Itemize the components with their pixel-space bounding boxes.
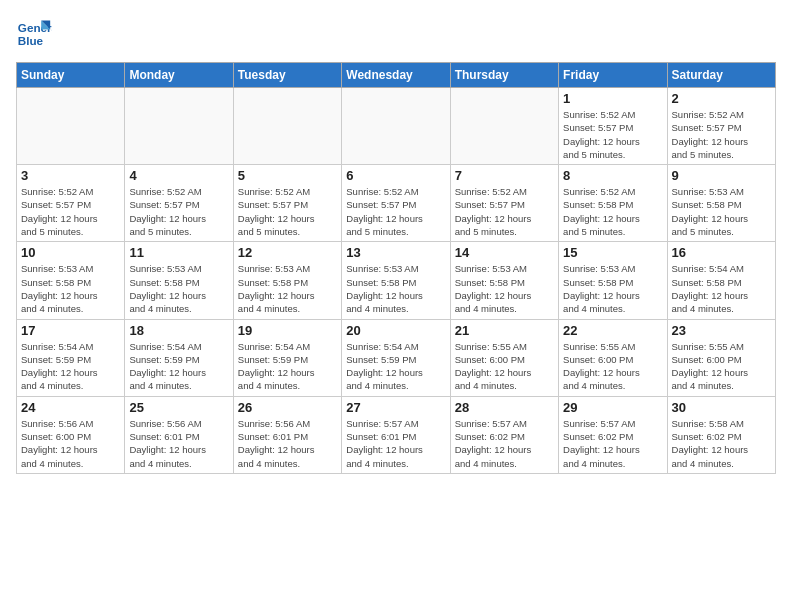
day-info: Sunrise: 5:56 AM Sunset: 6:01 PM Dayligh…: [129, 417, 228, 470]
day-info: Sunrise: 5:53 AM Sunset: 5:58 PM Dayligh…: [563, 262, 662, 315]
calendar-day-cell: 15Sunrise: 5:53 AM Sunset: 5:58 PM Dayli…: [559, 242, 667, 319]
day-number: 10: [21, 245, 120, 260]
calendar-day-cell: 6Sunrise: 5:52 AM Sunset: 5:57 PM Daylig…: [342, 165, 450, 242]
day-number: 12: [238, 245, 337, 260]
day-info: Sunrise: 5:52 AM Sunset: 5:57 PM Dayligh…: [455, 185, 554, 238]
logo: General Blue: [16, 16, 56, 52]
day-info: Sunrise: 5:54 AM Sunset: 5:59 PM Dayligh…: [21, 340, 120, 393]
day-info: Sunrise: 5:52 AM Sunset: 5:57 PM Dayligh…: [129, 185, 228, 238]
calendar-day-cell: 8Sunrise: 5:52 AM Sunset: 5:58 PM Daylig…: [559, 165, 667, 242]
calendar-day-cell: 18Sunrise: 5:54 AM Sunset: 5:59 PM Dayli…: [125, 319, 233, 396]
day-info: Sunrise: 5:52 AM Sunset: 5:58 PM Dayligh…: [563, 185, 662, 238]
day-info: Sunrise: 5:57 AM Sunset: 6:02 PM Dayligh…: [563, 417, 662, 470]
logo-icon: General Blue: [16, 16, 52, 52]
day-number: 26: [238, 400, 337, 415]
day-number: 9: [672, 168, 771, 183]
weekday-header: Sunday: [17, 63, 125, 88]
page-header: General Blue: [16, 16, 776, 52]
day-info: Sunrise: 5:57 AM Sunset: 6:01 PM Dayligh…: [346, 417, 445, 470]
calendar-week-row: 10Sunrise: 5:53 AM Sunset: 5:58 PM Dayli…: [17, 242, 776, 319]
calendar-day-cell: [342, 88, 450, 165]
calendar-table: SundayMondayTuesdayWednesdayThursdayFrid…: [16, 62, 776, 474]
calendar-day-cell: 11Sunrise: 5:53 AM Sunset: 5:58 PM Dayli…: [125, 242, 233, 319]
day-number: 11: [129, 245, 228, 260]
weekday-header: Tuesday: [233, 63, 341, 88]
day-info: Sunrise: 5:55 AM Sunset: 6:00 PM Dayligh…: [672, 340, 771, 393]
day-number: 22: [563, 323, 662, 338]
calendar-day-cell: 26Sunrise: 5:56 AM Sunset: 6:01 PM Dayli…: [233, 396, 341, 473]
calendar-day-cell: [17, 88, 125, 165]
weekday-header: Saturday: [667, 63, 775, 88]
day-info: Sunrise: 5:52 AM Sunset: 5:57 PM Dayligh…: [21, 185, 120, 238]
day-number: 15: [563, 245, 662, 260]
day-info: Sunrise: 5:52 AM Sunset: 5:57 PM Dayligh…: [672, 108, 771, 161]
day-number: 8: [563, 168, 662, 183]
weekday-header: Monday: [125, 63, 233, 88]
calendar-day-cell: 25Sunrise: 5:56 AM Sunset: 6:01 PM Dayli…: [125, 396, 233, 473]
calendar-day-cell: 5Sunrise: 5:52 AM Sunset: 5:57 PM Daylig…: [233, 165, 341, 242]
day-number: 18: [129, 323, 228, 338]
day-info: Sunrise: 5:54 AM Sunset: 5:59 PM Dayligh…: [346, 340, 445, 393]
calendar-day-cell: 2Sunrise: 5:52 AM Sunset: 5:57 PM Daylig…: [667, 88, 775, 165]
day-number: 24: [21, 400, 120, 415]
day-info: Sunrise: 5:56 AM Sunset: 6:00 PM Dayligh…: [21, 417, 120, 470]
day-info: Sunrise: 5:53 AM Sunset: 5:58 PM Dayligh…: [129, 262, 228, 315]
day-number: 5: [238, 168, 337, 183]
day-number: 20: [346, 323, 445, 338]
day-number: 25: [129, 400, 228, 415]
calendar-week-row: 3Sunrise: 5:52 AM Sunset: 5:57 PM Daylig…: [17, 165, 776, 242]
day-number: 7: [455, 168, 554, 183]
day-info: Sunrise: 5:54 AM Sunset: 5:59 PM Dayligh…: [238, 340, 337, 393]
day-number: 14: [455, 245, 554, 260]
weekday-header: Wednesday: [342, 63, 450, 88]
calendar-day-cell: 30Sunrise: 5:58 AM Sunset: 6:02 PM Dayli…: [667, 396, 775, 473]
day-info: Sunrise: 5:54 AM Sunset: 5:59 PM Dayligh…: [129, 340, 228, 393]
day-info: Sunrise: 5:53 AM Sunset: 5:58 PM Dayligh…: [672, 185, 771, 238]
calendar-day-cell: [450, 88, 558, 165]
day-info: Sunrise: 5:53 AM Sunset: 5:58 PM Dayligh…: [455, 262, 554, 315]
day-number: 28: [455, 400, 554, 415]
day-info: Sunrise: 5:57 AM Sunset: 6:02 PM Dayligh…: [455, 417, 554, 470]
calendar-day-cell: 9Sunrise: 5:53 AM Sunset: 5:58 PM Daylig…: [667, 165, 775, 242]
calendar-day-cell: 17Sunrise: 5:54 AM Sunset: 5:59 PM Dayli…: [17, 319, 125, 396]
day-info: Sunrise: 5:56 AM Sunset: 6:01 PM Dayligh…: [238, 417, 337, 470]
calendar-day-cell: 13Sunrise: 5:53 AM Sunset: 5:58 PM Dayli…: [342, 242, 450, 319]
day-info: Sunrise: 5:55 AM Sunset: 6:00 PM Dayligh…: [455, 340, 554, 393]
day-number: 29: [563, 400, 662, 415]
day-info: Sunrise: 5:52 AM Sunset: 5:57 PM Dayligh…: [346, 185, 445, 238]
day-info: Sunrise: 5:53 AM Sunset: 5:58 PM Dayligh…: [346, 262, 445, 315]
day-number: 3: [21, 168, 120, 183]
calendar-day-cell: 24Sunrise: 5:56 AM Sunset: 6:00 PM Dayli…: [17, 396, 125, 473]
day-info: Sunrise: 5:58 AM Sunset: 6:02 PM Dayligh…: [672, 417, 771, 470]
calendar-day-cell: 29Sunrise: 5:57 AM Sunset: 6:02 PM Dayli…: [559, 396, 667, 473]
weekday-header: Friday: [559, 63, 667, 88]
day-number: 17: [21, 323, 120, 338]
day-number: 30: [672, 400, 771, 415]
day-info: Sunrise: 5:52 AM Sunset: 5:57 PM Dayligh…: [563, 108, 662, 161]
calendar-day-cell: 7Sunrise: 5:52 AM Sunset: 5:57 PM Daylig…: [450, 165, 558, 242]
calendar-header-row: SundayMondayTuesdayWednesdayThursdayFrid…: [17, 63, 776, 88]
svg-text:Blue: Blue: [18, 34, 44, 47]
calendar-day-cell: [233, 88, 341, 165]
calendar-day-cell: 20Sunrise: 5:54 AM Sunset: 5:59 PM Dayli…: [342, 319, 450, 396]
day-info: Sunrise: 5:53 AM Sunset: 5:58 PM Dayligh…: [21, 262, 120, 315]
day-info: Sunrise: 5:55 AM Sunset: 6:00 PM Dayligh…: [563, 340, 662, 393]
day-info: Sunrise: 5:54 AM Sunset: 5:58 PM Dayligh…: [672, 262, 771, 315]
calendar-week-row: 17Sunrise: 5:54 AM Sunset: 5:59 PM Dayli…: [17, 319, 776, 396]
calendar-day-cell: 4Sunrise: 5:52 AM Sunset: 5:57 PM Daylig…: [125, 165, 233, 242]
calendar-week-row: 1Sunrise: 5:52 AM Sunset: 5:57 PM Daylig…: [17, 88, 776, 165]
calendar-day-cell: 27Sunrise: 5:57 AM Sunset: 6:01 PM Dayli…: [342, 396, 450, 473]
day-info: Sunrise: 5:53 AM Sunset: 5:58 PM Dayligh…: [238, 262, 337, 315]
calendar-day-cell: 10Sunrise: 5:53 AM Sunset: 5:58 PM Dayli…: [17, 242, 125, 319]
calendar-day-cell: 28Sunrise: 5:57 AM Sunset: 6:02 PM Dayli…: [450, 396, 558, 473]
calendar-day-cell: 23Sunrise: 5:55 AM Sunset: 6:00 PM Dayli…: [667, 319, 775, 396]
day-number: 2: [672, 91, 771, 106]
day-number: 1: [563, 91, 662, 106]
day-number: 21: [455, 323, 554, 338]
day-number: 13: [346, 245, 445, 260]
day-number: 27: [346, 400, 445, 415]
calendar-day-cell: [125, 88, 233, 165]
calendar-day-cell: 12Sunrise: 5:53 AM Sunset: 5:58 PM Dayli…: [233, 242, 341, 319]
day-number: 19: [238, 323, 337, 338]
day-info: Sunrise: 5:52 AM Sunset: 5:57 PM Dayligh…: [238, 185, 337, 238]
